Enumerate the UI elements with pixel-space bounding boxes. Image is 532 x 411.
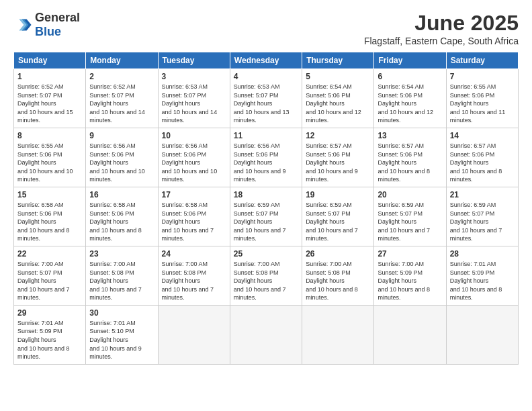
calendar-cell: 11 Sunrise: 6:56 AM Sunset: 5:06 PM Dayl… [230,128,302,187]
day-info: Sunrise: 6:56 AM Sunset: 5:06 PM Dayligh… [162,142,226,184]
day-info: Sunrise: 7:00 AM Sunset: 5:08 PM Dayligh… [162,260,226,302]
day-number: 16 [89,190,154,199]
calendar-week-3: 15 Sunrise: 6:58 AM Sunset: 5:06 PM Dayl… [14,187,519,246]
day-info: Sunrise: 6:59 AM Sunset: 5:07 PM Dayligh… [306,201,370,243]
calendar-cell: 22 Sunrise: 7:00 AM Sunset: 5:07 PM Dayl… [14,246,86,305]
calendar-week-2: 8 Sunrise: 6:55 AM Sunset: 5:06 PM Dayli… [14,128,519,187]
day-number: 9 [89,131,154,140]
calendar-week-1: 1 Sunrise: 6:52 AM Sunset: 5:07 PM Dayli… [14,69,519,128]
title-block: June 2025 Flagstaff, Eastern Cape, South… [364,11,519,46]
day-info: Sunrise: 6:55 AM Sunset: 5:06 PM Dayligh… [450,83,515,125]
day-info: Sunrise: 6:53 AM Sunset: 5:07 PM Dayligh… [234,83,298,125]
calendar-cell: 5 Sunrise: 6:54 AM Sunset: 5:06 PM Dayli… [302,69,374,128]
day-info: Sunrise: 7:00 AM Sunset: 5:09 PM Dayligh… [378,260,442,302]
day-info: Sunrise: 6:58 AM Sunset: 5:06 PM Dayligh… [17,201,82,243]
day-number: 29 [17,308,82,318]
day-number: 5 [306,72,370,81]
calendar-header-thursday: Thursday [302,52,374,69]
day-info: Sunrise: 6:57 AM Sunset: 5:06 PM Dayligh… [378,142,442,184]
day-number: 18 [234,190,298,199]
calendar: SundayMondayTuesdayWednesdayThursdayFrid… [13,52,519,365]
calendar-cell: 4 Sunrise: 6:53 AM Sunset: 5:07 PM Dayli… [230,69,302,128]
calendar-header-row: SundayMondayTuesdayWednesdayThursdayFrid… [14,52,519,69]
day-number: 15 [17,190,82,199]
day-number: 28 [450,249,515,259]
day-number: 22 [17,249,82,259]
day-info: Sunrise: 6:56 AM Sunset: 5:06 PM Dayligh… [234,142,298,184]
day-number: 12 [306,131,370,140]
day-number: 24 [162,249,226,259]
day-number: 1 [17,72,82,81]
day-info: Sunrise: 7:01 AM Sunset: 5:10 PM Dayligh… [89,319,154,361]
day-info: Sunrise: 6:59 AM Sunset: 5:07 PM Dayligh… [378,201,442,243]
calendar-cell: 30 Sunrise: 7:01 AM Sunset: 5:10 PM Dayl… [86,305,158,364]
day-info: Sunrise: 7:00 AM Sunset: 5:08 PM Dayligh… [306,260,370,302]
calendar-cell: 29 Sunrise: 7:01 AM Sunset: 5:09 PM Dayl… [14,305,86,364]
logo-general: General [35,11,80,24]
day-info: Sunrise: 7:00 AM Sunset: 5:08 PM Dayligh… [234,260,298,302]
calendar-cell: 26 Sunrise: 7:00 AM Sunset: 5:08 PM Dayl… [302,246,374,305]
header: General Blue June 2025 Flagstaff, Easter… [13,11,519,46]
day-info: Sunrise: 6:59 AM Sunset: 5:07 PM Dayligh… [234,201,298,243]
calendar-cell: 15 Sunrise: 6:58 AM Sunset: 5:06 PM Dayl… [14,187,86,246]
calendar-cell: 9 Sunrise: 6:56 AM Sunset: 5:06 PM Dayli… [86,128,158,187]
calendar-cell: 8 Sunrise: 6:55 AM Sunset: 5:06 PM Dayli… [14,128,86,187]
calendar-cell: 6 Sunrise: 6:54 AM Sunset: 5:06 PM Dayli… [374,69,446,128]
calendar-cell: 7 Sunrise: 6:55 AM Sunset: 5:06 PM Dayli… [446,69,518,128]
day-info: Sunrise: 6:57 AM Sunset: 5:06 PM Dayligh… [450,142,515,184]
calendar-header-monday: Monday [86,52,158,69]
calendar-cell: 27 Sunrise: 7:00 AM Sunset: 5:09 PM Dayl… [374,246,446,305]
month-title: June 2025 [364,11,519,36]
calendar-header-wednesday: Wednesday [230,52,302,69]
day-number: 14 [450,131,515,140]
day-number: 8 [17,131,82,140]
calendar-week-4: 22 Sunrise: 7:00 AM Sunset: 5:07 PM Dayl… [14,246,519,305]
day-number: 27 [378,249,442,259]
day-info: Sunrise: 6:52 AM Sunset: 5:07 PM Dayligh… [89,83,154,125]
calendar-cell: 24 Sunrise: 7:00 AM Sunset: 5:08 PM Dayl… [158,246,230,305]
day-number: 6 [378,72,442,81]
logo-blue: Blue [35,25,61,38]
calendar-cell [302,305,374,364]
day-number: 2 [89,72,154,81]
day-number: 10 [162,131,226,140]
calendar-cell [446,305,518,364]
day-number: 19 [306,190,370,199]
day-info: Sunrise: 6:55 AM Sunset: 5:06 PM Dayligh… [17,142,82,184]
calendar-cell [158,305,230,364]
calendar-cell: 23 Sunrise: 7:00 AM Sunset: 5:08 PM Dayl… [86,246,158,305]
day-info: Sunrise: 7:00 AM Sunset: 5:08 PM Dayligh… [89,260,154,302]
calendar-cell: 2 Sunrise: 6:52 AM Sunset: 5:07 PM Dayli… [86,69,158,128]
day-info: Sunrise: 6:54 AM Sunset: 5:06 PM Dayligh… [306,83,370,125]
calendar-cell: 12 Sunrise: 6:57 AM Sunset: 5:06 PM Dayl… [302,128,374,187]
day-number: 11 [234,131,298,140]
logo-icon [13,15,32,34]
day-number: 17 [162,190,226,199]
calendar-cell: 3 Sunrise: 6:53 AM Sunset: 5:07 PM Dayli… [158,69,230,128]
day-info: Sunrise: 6:54 AM Sunset: 5:06 PM Dayligh… [378,83,442,125]
day-info: Sunrise: 7:01 AM Sunset: 5:09 PM Dayligh… [450,260,515,302]
calendar-cell: 20 Sunrise: 6:59 AM Sunset: 5:07 PM Dayl… [374,187,446,246]
day-info: Sunrise: 6:58 AM Sunset: 5:06 PM Dayligh… [162,201,226,243]
day-number: 20 [378,190,442,199]
calendar-cell: 28 Sunrise: 7:01 AM Sunset: 5:09 PM Dayl… [446,246,518,305]
calendar-cell: 1 Sunrise: 6:52 AM Sunset: 5:07 PM Dayli… [14,69,86,128]
calendar-cell: 25 Sunrise: 7:00 AM Sunset: 5:08 PM Dayl… [230,246,302,305]
calendar-cell: 17 Sunrise: 6:58 AM Sunset: 5:06 PM Dayl… [158,187,230,246]
calendar-header-friday: Friday [374,52,446,69]
calendar-cell: 14 Sunrise: 6:57 AM Sunset: 5:06 PM Dayl… [446,128,518,187]
calendar-cell [374,305,446,364]
calendar-cell [230,305,302,364]
logo: General Blue [13,11,80,39]
day-number: 7 [450,72,515,81]
day-info: Sunrise: 7:01 AM Sunset: 5:09 PM Dayligh… [17,319,82,361]
day-number: 3 [162,72,226,81]
day-number: 30 [89,308,154,318]
day-number: 26 [306,249,370,259]
calendar-cell: 13 Sunrise: 6:57 AM Sunset: 5:06 PM Dayl… [374,128,446,187]
day-info: Sunrise: 7:00 AM Sunset: 5:07 PM Dayligh… [17,260,82,302]
calendar-header-saturday: Saturday [446,52,518,69]
day-info: Sunrise: 6:53 AM Sunset: 5:07 PM Dayligh… [162,83,226,125]
calendar-header-sunday: Sunday [14,52,86,69]
page: General Blue June 2025 Flagstaff, Easter… [0,0,532,411]
